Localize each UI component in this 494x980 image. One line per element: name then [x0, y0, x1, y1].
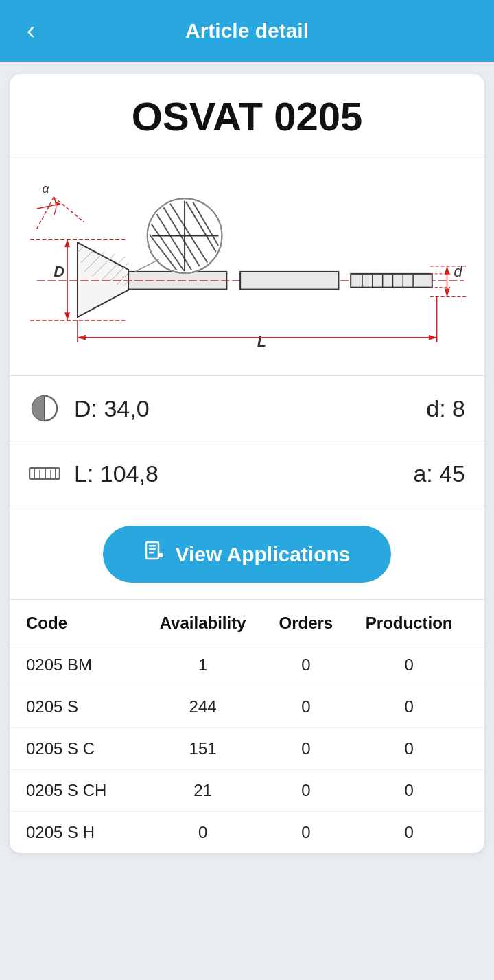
article-id: OSVAT 0205 [10, 74, 484, 156]
app-header: ‹ Article detail [0, 0, 494, 62]
table-cell-0-0: 0205 BM [26, 655, 144, 675]
svg-text:d: d [454, 262, 462, 279]
table-cell-1-3: 0 [350, 697, 468, 716]
spec-values-length: L: 104,8 a: 45 [74, 460, 465, 487]
table-cell-0-3: 0 [350, 655, 468, 675]
col-header-production: Production [350, 614, 468, 633]
table-body: 0205 BM1000205 S244000205 S C151000205 S… [10, 644, 484, 853]
ruler-icon [29, 458, 60, 489]
table-cell-3-1: 21 [144, 781, 262, 800]
col-header-code: Code [26, 614, 144, 633]
spec-row-diameter: D: 34,0 d: 8 [10, 376, 484, 441]
availability-table: Code Availability Orders Production 0205… [10, 600, 484, 853]
table-row: 0205 S C15100 [10, 728, 484, 770]
table-row: 0205 S24400 [10, 686, 484, 728]
svg-text:D: D [54, 262, 64, 279]
table-cell-4-0: 0205 S H [26, 823, 144, 842]
svg-rect-67 [149, 545, 156, 547]
diameter-icon [29, 393, 60, 424]
table-cell-1-1: 244 [144, 697, 262, 716]
spec-a-value: a: 45 [413, 460, 465, 487]
table-cell-4-3: 0 [350, 823, 468, 842]
table-cell-3-2: 0 [261, 781, 350, 800]
svg-rect-23 [240, 271, 338, 289]
article-card: OSVAT 0205 α D [10, 74, 484, 853]
svg-rect-66 [146, 542, 158, 559]
table-cell-2-3: 0 [350, 739, 468, 758]
page-title: Article detail [0, 19, 494, 43]
table-cell-4-1: 0 [144, 823, 262, 842]
back-button[interactable]: ‹ [14, 19, 48, 43]
svg-text:α: α [43, 182, 50, 196]
table-cell-2-1: 151 [144, 739, 262, 758]
svg-text:L: L [257, 332, 266, 349]
table-cell-1-0: 0205 S [26, 697, 144, 716]
spec-d-value: D: 34,0 [74, 395, 150, 422]
col-header-orders: Orders [261, 614, 350, 633]
table-row: 0205 S H000 [10, 812, 484, 853]
svg-rect-70 [158, 553, 163, 557]
col-header-availability: Availability [144, 614, 262, 633]
spec-row-length: L: 104,8 a: 45 [10, 441, 484, 506]
table-cell-2-0: 0205 S C [26, 739, 144, 758]
table-cell-4-2: 0 [261, 823, 350, 842]
view-applications-button[interactable]: View Applications [103, 526, 391, 583]
spec-small-d-value: d: 8 [426, 395, 465, 422]
spec-values-diameter: D: 34,0 d: 8 [74, 395, 465, 422]
view-applications-label: View Applications [175, 543, 350, 566]
table-cell-0-2: 0 [261, 655, 350, 675]
table-row: 0205 BM100 [10, 644, 484, 686]
table-cell-3-0: 0205 S CH [26, 781, 144, 800]
button-area: View Applications [10, 506, 484, 600]
spec-l-value: L: 104,8 [74, 460, 158, 487]
technical-drawing: α D [10, 156, 484, 376]
document-icon [143, 541, 165, 568]
svg-rect-68 [149, 548, 156, 550]
table-row: 0205 S CH2100 [10, 770, 484, 812]
table-cell-2-2: 0 [261, 739, 350, 758]
table-cell-1-2: 0 [261, 697, 350, 716]
svg-rect-24 [351, 273, 432, 287]
table-cell-0-1: 1 [144, 655, 262, 675]
table-cell-3-3: 0 [350, 781, 468, 800]
table-header: Code Availability Orders Production [10, 600, 484, 644]
svg-rect-69 [149, 552, 154, 554]
